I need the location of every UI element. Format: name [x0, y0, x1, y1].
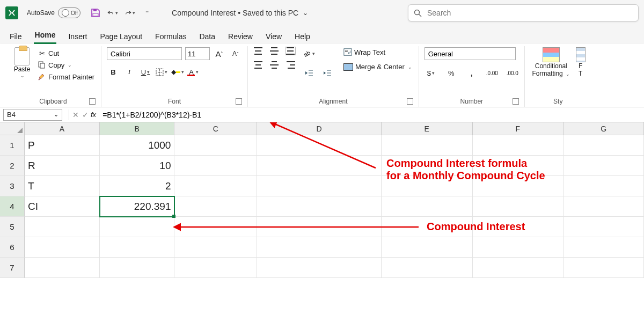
chevron-down-icon[interactable]: ▾	[133, 10, 135, 16]
dialog-launcher-icon[interactable]	[236, 98, 242, 105]
font-name-select[interactable]	[107, 47, 182, 60]
cell-F5[interactable]	[473, 217, 564, 237]
align-middle-button[interactable]	[269, 47, 279, 55]
col-header-B[interactable]: B	[100, 122, 175, 135]
orientation-button[interactable]: ab ▾	[303, 47, 316, 60]
cell-B1[interactable]: 1000	[100, 135, 175, 156]
cell-G3[interactable]	[564, 176, 644, 196]
cell-B5[interactable]	[100, 217, 175, 237]
search-input[interactable]	[427, 9, 633, 17]
align-center-button[interactable]	[269, 61, 279, 69]
undo-button[interactable]: ▾	[107, 8, 118, 18]
format-painter-button[interactable]: Format Painter	[36, 72, 96, 82]
cell-E2[interactable]	[382, 156, 473, 176]
cell-G4[interactable]	[564, 196, 644, 217]
chevron-down-icon[interactable]: ▾	[115, 10, 118, 16]
italic-button[interactable]: I	[123, 65, 136, 78]
cell-E7[interactable]	[382, 258, 473, 278]
document-title[interactable]: Compound Interest • Saved to this PC ⌄	[172, 9, 308, 17]
chevron-down-icon[interactable]: ⌄	[303, 9, 308, 17]
percent-button[interactable]: %	[445, 67, 458, 79]
cell-F7[interactable]	[473, 258, 564, 278]
cell-C5[interactable]	[174, 217, 257, 237]
dialog-launcher-icon[interactable]	[89, 98, 96, 105]
cell-G1[interactable]	[564, 135, 644, 156]
col-header-A[interactable]: A	[25, 122, 100, 135]
tab-page-layout[interactable]: Page Layout	[99, 29, 143, 44]
copy-button[interactable]: Copy ⌄	[36, 60, 96, 70]
align-bottom-button[interactable]	[286, 47, 295, 55]
cell-A4[interactable]: CI	[25, 196, 100, 217]
cell-C7[interactable]	[174, 258, 257, 278]
save-button[interactable]	[90, 8, 101, 18]
cell-G6[interactable]	[564, 237, 644, 258]
dialog-launcher-icon[interactable]	[513, 98, 519, 105]
number-format-select[interactable]	[425, 47, 516, 60]
comma-style-button[interactable]: ,	[465, 67, 478, 79]
cell-A3[interactable]: T	[25, 176, 100, 196]
tab-home[interactable]: Home	[34, 27, 57, 44]
cell-C3[interactable]	[174, 176, 257, 196]
col-header-D[interactable]: D	[257, 122, 382, 135]
font-color-button[interactable]: A ▾	[187, 65, 200, 78]
cell-C4[interactable]	[174, 196, 257, 217]
cell-A6[interactable]	[25, 237, 100, 258]
borders-button[interactable]: ▾	[155, 65, 168, 78]
col-header-C[interactable]: C	[174, 122, 257, 135]
autosave-control[interactable]: AutoSave Off	[27, 8, 80, 18]
increase-font-button[interactable]: A˄	[213, 47, 226, 60]
row-header[interactable]: 1	[0, 135, 25, 156]
cell-G7[interactable]	[564, 258, 644, 278]
decrease-font-button[interactable]: A˅	[229, 47, 242, 60]
cell-D4[interactable]	[257, 196, 382, 217]
paste-button[interactable]: Paste ⌄	[11, 47, 33, 78]
row-header[interactable]: 5	[0, 217, 25, 237]
accept-formula-button[interactable]: ✓	[82, 111, 89, 119]
chevron-down-icon[interactable]: ⌄	[408, 64, 412, 70]
tab-file[interactable]: File	[9, 29, 23, 44]
font-size-select[interactable]	[185, 47, 210, 60]
cell-A5[interactable]	[25, 217, 100, 237]
cell-B6[interactable]	[100, 237, 175, 258]
decrease-indent-button[interactable]	[303, 67, 316, 79]
cell-B4[interactable]: 220.391	[100, 196, 175, 217]
decrease-decimal-button[interactable]: .00.0	[506, 67, 519, 79]
cell-C1[interactable]	[174, 135, 257, 156]
increase-indent-button[interactable]	[321, 67, 334, 79]
conditional-formatting-button[interactable]: Conditional Formatting ⌄	[530, 47, 572, 77]
tab-help[interactable]: Help	[294, 29, 311, 44]
cell-E6[interactable]	[382, 237, 473, 258]
col-header-G[interactable]: G	[564, 122, 644, 135]
cell-A7[interactable]	[25, 258, 100, 278]
qat-customize-button[interactable]: ⁼	[142, 8, 152, 18]
redo-button[interactable]: ▾	[125, 8, 135, 18]
col-header-E[interactable]: E	[382, 122, 473, 135]
wrap-text-button[interactable]: ab Wrap Text	[342, 47, 413, 57]
cell-D2[interactable]	[257, 156, 382, 176]
tab-insert[interactable]: Insert	[67, 29, 88, 44]
dialog-launcher-icon[interactable]	[407, 98, 413, 105]
bold-button[interactable]: B	[107, 65, 120, 78]
cell-D3[interactable]	[257, 176, 382, 196]
cell-G5[interactable]	[564, 217, 644, 237]
cell-F3[interactable]	[473, 176, 564, 196]
cell-A1[interactable]: P	[25, 135, 100, 156]
col-header-F[interactable]: F	[473, 122, 564, 135]
cancel-formula-button[interactable]: ✕	[72, 111, 79, 119]
autosave-toggle[interactable]: Off	[58, 8, 80, 18]
cell-B2[interactable]: 10	[100, 156, 175, 176]
merge-center-button[interactable]: Merge & Center ⌄	[342, 62, 413, 71]
row-header[interactable]: 7	[0, 258, 25, 278]
cell-E4[interactable]	[382, 196, 473, 217]
format-as-table-button[interactable]: F T	[575, 47, 586, 77]
formula-input[interactable]	[100, 111, 644, 119]
tab-view[interactable]: View	[265, 29, 283, 44]
cell-F6[interactable]	[473, 237, 564, 258]
chevron-down-icon[interactable]: ⌄	[68, 62, 72, 68]
tab-formulas[interactable]: Formulas	[154, 29, 187, 44]
align-left-button[interactable]	[253, 61, 263, 69]
cell-E5[interactable]	[382, 217, 473, 237]
cell-A2[interactable]: R	[25, 156, 100, 176]
row-header[interactable]: 2	[0, 156, 25, 176]
cell-B7[interactable]	[100, 258, 175, 278]
